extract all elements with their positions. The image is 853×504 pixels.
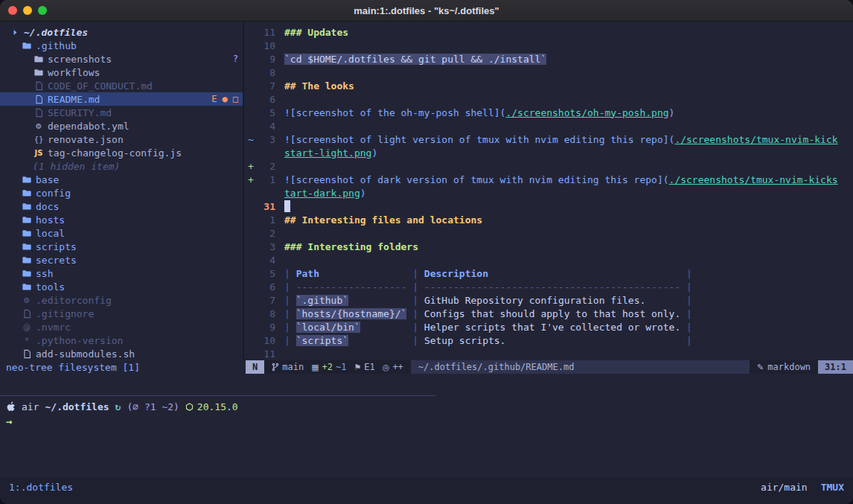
- lsp-status: ◎ ++: [383, 362, 403, 372]
- pane-separator[interactable]: [243, 21, 244, 360]
- shell-input-line[interactable]: →: [6, 415, 12, 427]
- editor-line[interactable]: ~3![screenshot of light version of tmux …: [246, 133, 853, 146]
- tree-item-config[interactable]: config: [0, 186, 243, 200]
- tree-item-label: config: [36, 188, 71, 199]
- tmux-window-name[interactable]: 1:.dotfiles: [9, 482, 73, 493]
- line-number: 11: [256, 348, 275, 360]
- text-segment: ![screenshot of light version of tmux wi…: [284, 134, 674, 145]
- close-button[interactable]: [8, 6, 17, 15]
- pencil-icon: ✎: [757, 363, 764, 372]
- tree-item-workflows[interactable]: workflows: [0, 66, 243, 79]
- text-segment: Configs that should apply to that host o…: [424, 308, 680, 319]
- editor-line[interactable]: 5| Path | Description |: [246, 267, 853, 280]
- tree-item-label: SECURITY.md: [48, 107, 112, 118]
- tree-item-gitignore[interactable]: .gitignore: [0, 307, 243, 320]
- text-segment: start-light.png: [284, 147, 371, 159]
- gear-icon: ⚙: [33, 122, 45, 130]
- git-branch[interactable]: main: [272, 362, 304, 372]
- git-sign: +: [246, 161, 256, 172]
- editor-line[interactable]: +2: [246, 159, 853, 173]
- tree-item-label: docs: [36, 201, 59, 212]
- tree-item-editorconfig[interactable]: ⚙.editorconfig: [0, 293, 243, 307]
- editor-line[interactable]: 6| ------------------- | ---------------…: [246, 280, 853, 293]
- tree-item-label: tag-changelog-config.js: [48, 147, 182, 159]
- tree-item-dotfiles[interactable]: ~/.dotfiles: [0, 25, 243, 39]
- editor-buffer[interactable]: 11### Updates109`cd $HOME/.dotfiles && g…: [246, 25, 853, 360]
- editor-line[interactable]: 6: [246, 92, 853, 106]
- git-status-badge: ●: [223, 94, 228, 104]
- tree-item-renovate-json[interactable]: {}renovate.json: [0, 133, 243, 146]
- git-sign: ~: [246, 134, 256, 145]
- tree-item-hosts[interactable]: hosts: [0, 213, 243, 226]
- minimize-button[interactable]: [23, 6, 32, 15]
- tree-item-add-submodules-sh[interactable]: add-submodules.sh: [0, 347, 243, 360]
- tree-item-1-hidden-item[interactable]: (1 hidden item): [0, 159, 243, 173]
- text-segment: ): [371, 147, 377, 159]
- tree-item-security-md[interactable]: SECURITY.md: [0, 106, 243, 119]
- tree-item-nvmrc[interactable]: @.nvmrc: [0, 320, 243, 334]
- git-sign: +: [246, 174, 256, 185]
- git-status-badge: E: [211, 94, 217, 104]
- editor-line[interactable]: 11### Updates: [246, 25, 853, 39]
- text-segment: |: [680, 268, 692, 279]
- tree-item-base[interactable]: base: [0, 173, 243, 186]
- node-version-number: 20.15.0: [197, 401, 238, 412]
- editor-line[interactable]: 31: [246, 200, 853, 213]
- editor-line[interactable]: tart-dark.png): [246, 186, 853, 200]
- tree-item-tag-changelog-config-js[interactable]: JStag-changelog-config.js: [0, 146, 243, 159]
- tree-item-ssh[interactable]: ssh: [0, 267, 243, 280]
- editor-line[interactable]: start-light.png): [246, 146, 853, 159]
- editor-line[interactable]: 9`cd $HOME/.dotfiles && git pull && ./in…: [246, 52, 853, 66]
- editor-line[interactable]: 8| `hosts/{hostname}/` | Configs that sh…: [246, 307, 853, 320]
- editor-line[interactable]: 5![screenshot of the oh-my-posh shell](.…: [246, 106, 853, 119]
- editor-line[interactable]: 9| `local/bin` | Helper scripts that I'v…: [246, 320, 853, 334]
- editor-line[interactable]: 3### Interesting folders: [246, 240, 853, 253]
- tree-item-screenshots[interactable]: screenshots?: [0, 52, 243, 66]
- editor-line[interactable]: 7| `.github` | GitHub Repository configu…: [246, 293, 853, 307]
- tree-item-local[interactable]: local: [0, 226, 243, 240]
- editor-line[interactable]: +1![screenshot of dark version of tmux w…: [246, 173, 853, 186]
- line-number: 7: [256, 80, 275, 92]
- shell-git-status: (⌀ ?1 ~2): [127, 401, 179, 412]
- line-number: 2: [256, 228, 275, 239]
- titlebar: main:1:.dotfiles - "ks~/.dotfiles": [0, 0, 853, 22]
- editor-line[interactable]: 7## The looks: [246, 79, 853, 92]
- shell-prompt-line[interactable]: air ~/.dotfiles ↻ (⌀ ?1 ~2) 20.15.0: [6, 400, 238, 414]
- text-segment: |: [680, 335, 692, 346]
- line-number: 6: [256, 94, 275, 105]
- node-hexagon-icon: [185, 403, 194, 412]
- tree-item-dependabot-yml[interactable]: ⚙dependabot.yml: [0, 119, 243, 133]
- tree-item-label: local: [36, 228, 65, 239]
- tree-item-scripts[interactable]: scripts: [0, 240, 243, 253]
- tree-item-docs[interactable]: docs: [0, 200, 243, 213]
- line-number: 1: [256, 214, 275, 226]
- terminal-window: main:1:.dotfiles - "ks~/.dotfiles" ~/.do…: [0, 0, 853, 504]
- editor-line[interactable]: 4: [246, 253, 853, 267]
- text-segment: |: [680, 322, 692, 333]
- lsp-icon: ◎: [383, 363, 390, 372]
- text-segment: |: [284, 295, 296, 306]
- tree-item-code-of-conduct-md[interactable]: CODE_OF_CONDUCT.md: [0, 79, 243, 92]
- statusline: N main ▦ +2 ~1 ⚑ E1 ◎ ++ ~/.dotfiles/.gi…: [246, 360, 853, 374]
- tree-item-secrets[interactable]: secrets: [0, 253, 243, 267]
- editor-line[interactable]: 11: [246, 347, 853, 360]
- editor-line[interactable]: 4: [246, 119, 853, 133]
- folder-icon: [33, 54, 45, 63]
- text-segment: [319, 268, 406, 279]
- text-segment: ./screenshots/tmux-nvim-kick: [674, 134, 837, 145]
- branch-name: main: [282, 362, 304, 372]
- tree-item-python-version[interactable]: *.python-version: [0, 334, 243, 347]
- editor-line[interactable]: 1## Interesting files and locations: [246, 213, 853, 226]
- editor-line[interactable]: 2: [246, 226, 853, 240]
- tmux-pane-border[interactable]: [0, 395, 435, 396]
- window-title: main:1:.dotfiles - "ks~/.dotfiles": [354, 5, 499, 16]
- editor-line[interactable]: 8: [246, 66, 853, 79]
- tree-item-readme-md[interactable]: README.mdE●□: [0, 92, 243, 106]
- editor-line[interactable]: 10: [246, 39, 853, 52]
- editor-line[interactable]: 10| `scripts` | Setup scripts. |: [246, 334, 853, 347]
- folder-icon: [21, 202, 33, 211]
- tree-item-tools[interactable]: tools: [0, 280, 243, 293]
- zoom-button[interactable]: [38, 6, 47, 15]
- tree-item-github[interactable]: .github: [0, 39, 243, 52]
- text-segment: |: [406, 322, 424, 333]
